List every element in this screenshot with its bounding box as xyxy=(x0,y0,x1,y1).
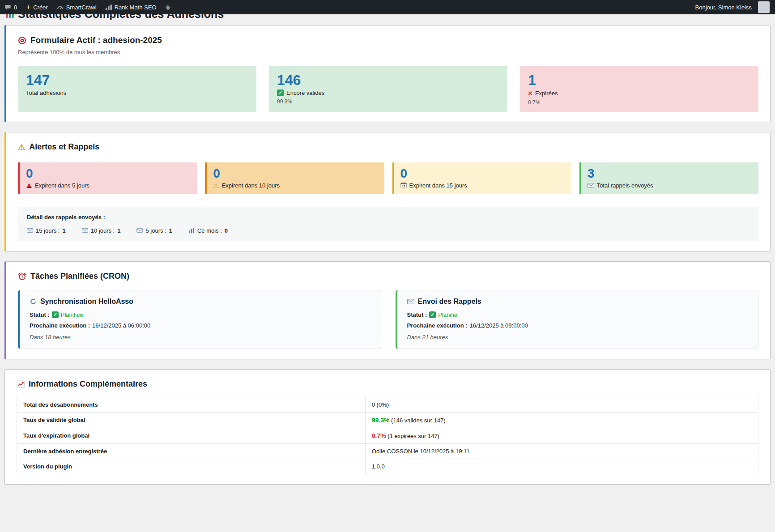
active-form-stats: 147 Total adhésions 146 Encore valides 9… xyxy=(18,66,758,112)
task-relative-time: Dans 18 heures xyxy=(30,334,371,340)
avatar xyxy=(758,1,770,13)
chart-bars-icon xyxy=(106,4,112,10)
info-value-text: (1 expirées sur 147) xyxy=(388,433,439,439)
detail-label: 15 jours : xyxy=(36,227,60,234)
alert-label: Expirent dans 15 jours xyxy=(409,182,467,189)
info-value-text: 1.0.0 xyxy=(372,463,385,470)
detail-label: 10 jours : xyxy=(91,227,115,234)
cron-title: Tâches Planifiées (CRON) xyxy=(18,272,758,281)
info-row-label: Taux de validité global xyxy=(17,412,366,428)
alert-value: 0 xyxy=(213,167,378,181)
table-row: Total des désabonnements 0 (0%) xyxy=(17,397,758,412)
stat-expirees: 1 Expirées 0.7% xyxy=(520,66,758,112)
task-title: Synchronisation HelloAsso xyxy=(30,298,371,306)
task-title-text: Synchronisation HelloAsso xyxy=(40,298,133,306)
detail-item-5-jours: 5 jours : 1 xyxy=(136,227,172,234)
task-sync-helloasso: Synchronisation HelloAsso Statut : Plani… xyxy=(18,290,381,349)
check-icon xyxy=(429,311,436,318)
warning-icon xyxy=(18,143,25,151)
status-value: Planifié xyxy=(438,311,457,318)
status-label: Statut : xyxy=(30,311,50,318)
task-next-line: Prochaine exécution : 16/12/2025 à 06:00… xyxy=(30,322,371,329)
info-title-text: Informations Complémentaires xyxy=(29,379,147,389)
alarm-icon xyxy=(18,272,26,281)
next-value: 16/12/2025 à 06:00:00 xyxy=(92,322,150,329)
page-content: Statistiques Complètes des Adhésions For… xyxy=(0,0,775,508)
task-relative-time: Dans 21 heures xyxy=(407,334,749,340)
diamond-icon xyxy=(166,3,171,11)
active-form-title: Formulaire Actif : adhesion-2025 xyxy=(18,35,758,45)
rank-math-label: Rank Math SEO xyxy=(115,4,157,11)
info-title: Informations Complémentaires xyxy=(17,379,758,389)
info-row-value: 1.0.0 xyxy=(365,459,758,474)
comment-bubble-icon xyxy=(4,4,11,11)
alert-label: Expirent dans 5 jours xyxy=(35,182,89,189)
my-account-menu[interactable]: Bonjour, Simon Kleiss xyxy=(691,1,774,13)
detail-label: 5 jours : xyxy=(145,227,166,234)
stat-value: 146 xyxy=(277,72,499,88)
active-form-title-text: Formulaire Actif : adhesion-2025 xyxy=(30,35,162,45)
smartcrawl-menu[interactable]: SmartCrawl xyxy=(52,0,101,14)
alerts-title: Alertes et Rappels xyxy=(18,142,758,152)
info-value-highlight: 99.3% xyxy=(372,417,390,424)
stat-encore-valides: 146 Encore valides 99.3% xyxy=(269,66,507,112)
greeting-label: Bonjour, Simon Kleiss xyxy=(695,4,752,11)
detail-item-15-jours: 15 jours : 1 xyxy=(27,227,66,234)
svg-text:17: 17 xyxy=(402,185,405,188)
check-icon xyxy=(52,311,59,318)
alert-value: 0 xyxy=(26,167,191,181)
alert-value: 0 xyxy=(400,167,565,181)
stat-label: Expirées xyxy=(535,90,558,97)
info-row-label: Total des désabonnements xyxy=(17,397,366,412)
email-icon xyxy=(136,228,143,233)
cron-tasks: Synchronisation HelloAsso Statut : Plani… xyxy=(18,290,758,349)
info-value-text: (146 valides sur 147) xyxy=(391,417,445,424)
task-envoi-rappels: Envoi des Rappels Statut : Planifié Proc… xyxy=(396,290,759,349)
alerts-title-text: Alertes et Rappels xyxy=(29,142,99,152)
alert-label: Total rappels envoyés xyxy=(597,182,653,189)
admin-bar: 0 Créer SmartCrawl Rank Math SEO Bonjour… xyxy=(0,0,775,14)
warning-icon xyxy=(213,182,219,189)
stat-value: 1 xyxy=(528,72,750,88)
new-content-label: Créer xyxy=(33,4,48,11)
alert-total-rappels: 3 Total rappels envoyés xyxy=(579,162,758,194)
x-icon xyxy=(528,89,532,97)
new-content-button[interactable]: Créer xyxy=(21,0,52,14)
email-icon xyxy=(407,299,414,304)
cron-title-text: Tâches Planifiées (CRON) xyxy=(30,272,129,281)
task-title: Envoi des Rappels xyxy=(407,298,749,306)
detail-item-10-jours: 10 jours : 1 xyxy=(82,227,121,234)
cron-card: Tâches Planifiées (CRON) Synchronisation… xyxy=(4,261,771,359)
detail-value: 1 xyxy=(169,227,172,234)
next-value: 16/12/2025 à 09:00:00 xyxy=(470,322,528,329)
status-label: Statut : xyxy=(407,311,427,318)
stat-label: Encore valides xyxy=(286,89,324,96)
info-row-value: Odile COSSON le 10/12/2025 à 19:11 xyxy=(365,443,758,459)
plus-icon xyxy=(26,4,30,11)
rank-math-menu[interactable]: Rank Math SEO xyxy=(101,0,161,14)
wpmudev-menu[interactable] xyxy=(161,0,175,14)
chart-up-icon xyxy=(17,380,25,388)
email-icon xyxy=(82,228,88,233)
table-row: Taux d'expiration global 0.7% (1 expirée… xyxy=(17,428,758,443)
alert-label: Expirent dans 10 jours xyxy=(222,182,280,189)
info-row-value: 99.3% (146 valides sur 147) xyxy=(365,412,758,428)
check-icon xyxy=(277,89,284,96)
next-label: Prochaine exécution : xyxy=(30,322,90,329)
reminders-detail-box: Détail des rappels envoyés : 15 jours : … xyxy=(18,207,758,241)
next-label: Prochaine exécution : xyxy=(407,322,468,329)
reminders-detail-items: 15 jours : 1 10 jours : 1 5 jours : 1 xyxy=(27,227,749,234)
info-value-text: 0 (0%) xyxy=(372,401,389,408)
alert-expire-10-jours: 0 Expirent dans 10 jours xyxy=(205,162,384,194)
detail-item-ce-mois: Ce mois : 0 xyxy=(188,227,228,234)
comments-indicator[interactable]: 0 xyxy=(0,0,21,14)
task-title-text: Envoi des Rappels xyxy=(418,298,481,306)
info-value-text: Odile COSSON le 10/12/2025 à 19:11 xyxy=(372,448,470,455)
email-icon xyxy=(588,183,594,188)
sync-icon xyxy=(30,298,37,305)
stat-total-adhesions: 147 Total adhésions xyxy=(18,66,256,112)
siren-icon xyxy=(26,182,32,188)
detail-label: Ce mois : xyxy=(197,227,222,234)
alert-expire-15-jours: 0 17 Expirent dans 15 jours xyxy=(392,162,571,194)
alert-value: 3 xyxy=(588,167,752,181)
